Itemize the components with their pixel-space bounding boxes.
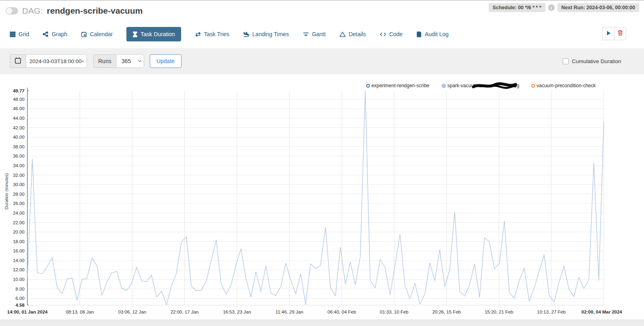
x-tick-label: 01:33, 10 Feb [380, 310, 409, 314]
airflow-dag-page: DAG: rendgen-scribe-vacuum Schedule: 00 … [0, 0, 644, 326]
y-tick-label: 20.00 [13, 230, 25, 234]
x-tick-label: 14:00, 01 Jan 2024 [7, 310, 48, 314]
x-tick-label: 15:20, 21 Feb [485, 310, 513, 314]
dag-label-prefix: DAG: [22, 6, 43, 16]
repeat-icon [195, 31, 201, 37]
grid-icon [10, 31, 16, 37]
page-title: rendgen-scribe-vacuum [47, 6, 142, 16]
base-date-input[interactable] [26, 54, 87, 68]
hourglass-icon [132, 31, 138, 37]
y-tick-label: 36.00 [13, 154, 25, 158]
cumulative-duration-checkbox[interactable] [563, 58, 569, 64]
y-axis-title: Duration (minutes) [4, 167, 9, 215]
x-tick-label: 06:40, 04 Feb [328, 310, 356, 314]
y-tick-label: 26.00 [13, 201, 25, 206]
tab-grid[interactable]: Grid [10, 31, 29, 37]
y-tick-label: 32.00 [13, 173, 25, 178]
triangle-icon [339, 31, 346, 37]
x-tick-label: 02:00, 04 Mar 2024 [581, 310, 622, 314]
x-tick-label: 22:00, 17 Jan [171, 310, 199, 314]
legend-marker-hollow-blue [366, 84, 370, 88]
trigger-dag-button[interactable] [602, 27, 614, 40]
y-tick-label: 10.00 [13, 277, 25, 282]
code-icon [380, 31, 386, 37]
calendar-icon [14, 57, 21, 65]
y-tick-label: 44.00 [13, 116, 25, 121]
duration-chart-svg: 49.7748.0046.0044.0042.0040.0038.0036.00… [0, 75, 644, 320]
y-tick-label: 22.00 [13, 220, 25, 225]
tab-calendar[interactable]: Calendar [81, 31, 113, 37]
y-tick-label: 38.00 [13, 144, 25, 149]
graph-icon [43, 31, 49, 37]
x-tick-label: 10:13, 27 Feb [537, 310, 566, 314]
view-tabs: Grid Graph Calendar Task Duration Task T… [10, 26, 449, 43]
filter-bar: Runs 365 Update Cumulative Duration [0, 48, 644, 74]
dag-action-buttons [602, 27, 626, 40]
y-tick-label: 46.00 [13, 106, 25, 111]
x-tick-label: 16:53, 23 Jan [223, 310, 251, 314]
dag-pause-toggle[interactable] [6, 7, 18, 14]
cumulative-duration-label: Cumulative Duration [572, 58, 621, 64]
y-tick-label: 34.00 [13, 163, 25, 168]
y-tick-label: 24.00 [13, 211, 25, 215]
plane-landing-icon [243, 31, 250, 37]
y-tick-label: 28.00 [13, 192, 25, 197]
trash-icon [617, 30, 623, 37]
x-tick-label: 20:26, 15 Feb [432, 310, 461, 314]
tab-task-tries[interactable]: Task Tries [195, 31, 229, 37]
y-tick-label: 12.00 [13, 267, 25, 272]
x-tick-label: 08:13, 06 Jan [66, 310, 94, 314]
info-icon[interactable]: i [548, 4, 555, 11]
y-tick-label: 4.58 [16, 303, 25, 308]
num-runs-select[interactable]: 365 [116, 54, 144, 68]
y-tick-label: 48.00 [13, 97, 25, 102]
y-tick-label: 18.00 [13, 239, 25, 244]
legend-marker-filled-lightblue [442, 84, 446, 88]
legend-item-experiment-rendgen-scribe[interactable]: experiment-rendgen-scribe [366, 83, 429, 88]
delete-dag-button[interactable] [614, 27, 626, 40]
tab-audit-log[interactable]: Audit Log [416, 31, 448, 37]
schedule-badge: Schedule: 00 */6 * * * [489, 3, 545, 12]
x-tick-label: 11:46, 29 Jan [275, 310, 303, 314]
play-icon [606, 30, 611, 37]
header: DAG: rendgen-scribe-vacuum Schedule: 00 … [0, 1, 644, 22]
update-button[interactable]: Update [150, 54, 182, 68]
y-tick-label: 6.00 [16, 296, 25, 301]
runs-label: Runs [93, 54, 116, 68]
legend-item-spark-vacuum-log[interactable]: spark-vacuu og [442, 82, 520, 89]
date-picker-button[interactable] [10, 54, 26, 68]
tab-landing-times[interactable]: Landing Times [243, 31, 289, 37]
footer-strip [0, 320, 644, 326]
y-tick-label: 8.00 [16, 287, 25, 291]
tab-graph[interactable]: Graph [43, 31, 67, 37]
tab-details[interactable]: Details [339, 31, 366, 37]
toggle-knob [6, 8, 12, 14]
y-tick-label: 14.00 [13, 258, 25, 263]
y-tick-label: 42.00 [13, 125, 25, 130]
series-line [27, 91, 604, 305]
y-tick-label: 30.00 [13, 182, 25, 187]
y-tick-label: 16.00 [13, 248, 25, 253]
tab-task-duration[interactable]: Task Duration [126, 27, 181, 41]
tab-gantt[interactable]: Gantt [303, 31, 326, 37]
next-run-badge: Next Run: 2024-03-06, 00:00:00 [557, 3, 639, 12]
legend-marker-hollow-orange [531, 84, 535, 88]
tab-code[interactable]: Code [380, 31, 402, 37]
audit-log-icon [416, 31, 422, 37]
chart-legend: experiment-rendgen-scribe spark-vacuu og… [366, 82, 596, 89]
redaction-scribble [475, 82, 513, 89]
y-tick-label: 40.00 [13, 135, 25, 139]
gantt-icon [303, 31, 309, 37]
x-tick-label: 03:06, 12 Jan [118, 310, 147, 314]
legend-item-vacuum-precondition-check[interactable]: vacuum-precondition-check [531, 83, 596, 88]
task-duration-chart: experiment-rendgen-scribe spark-vacuu og… [0, 75, 644, 320]
calendar-icon [81, 31, 87, 37]
y-tick-label: 49.77 [13, 88, 25, 93]
